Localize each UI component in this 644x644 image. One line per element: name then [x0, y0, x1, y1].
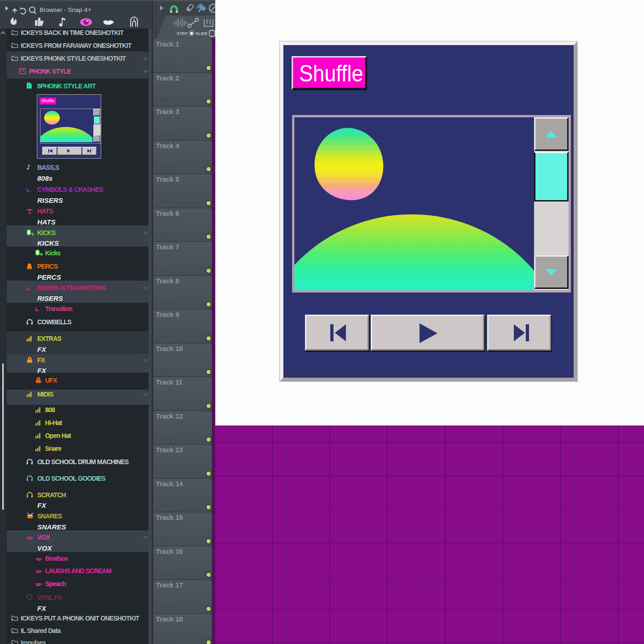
- svg-text:Browser - Snap 4: Browser - Snap 4: [40, 6, 88, 13]
- svg-text:STEP: STEP: [177, 31, 187, 36]
- svg-text:SLIDE: SLIDE: [196, 31, 208, 36]
